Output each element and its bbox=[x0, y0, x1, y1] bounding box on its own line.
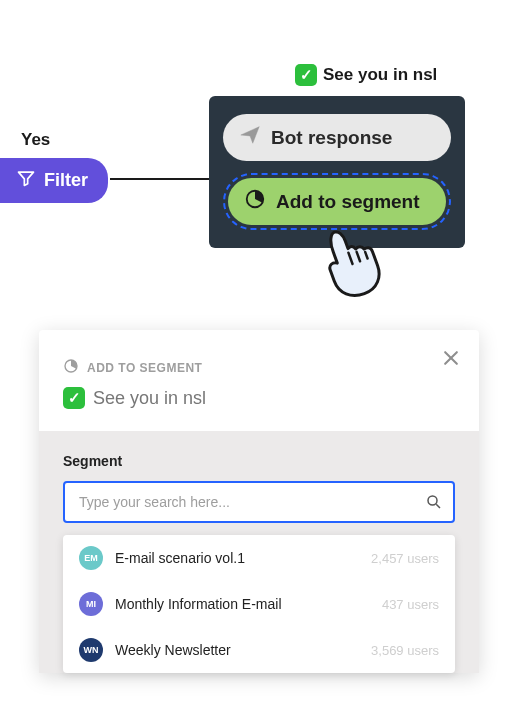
filter-button[interactable]: Filter bbox=[0, 158, 108, 203]
bot-response-pill[interactable]: Bot response bbox=[223, 114, 451, 161]
avatar: WN bbox=[79, 638, 103, 662]
node-title-text: See you in nsl bbox=[323, 65, 437, 85]
list-item[interactable]: WN Weekly Newsletter 3,569 users bbox=[63, 627, 455, 673]
list-item-label: Weekly Newsletter bbox=[115, 642, 359, 658]
avatar: EM bbox=[79, 546, 103, 570]
list-item[interactable]: EM E-mail scenario vol.1 2,457 users bbox=[63, 535, 455, 581]
close-icon[interactable] bbox=[441, 348, 461, 368]
svg-line-3 bbox=[365, 252, 367, 259]
avatar: MI bbox=[79, 592, 103, 616]
panel-subtitle-text: ADD TO SEGMENT bbox=[87, 361, 202, 375]
yes-label: Yes bbox=[21, 130, 50, 150]
paper-plane-icon bbox=[239, 124, 261, 151]
bot-response-label: Bot response bbox=[271, 127, 392, 149]
connector-line bbox=[110, 178, 210, 180]
add-to-segment-selection: Add to segment bbox=[223, 173, 451, 230]
pie-chart-icon bbox=[63, 358, 79, 377]
search-box bbox=[63, 481, 455, 523]
panel-subtitle: ADD TO SEGMENT bbox=[63, 358, 455, 377]
search-icon bbox=[425, 493, 443, 511]
add-to-segment-panel: ADD TO SEGMENT ✓ See you in nsl Segment … bbox=[39, 330, 479, 673]
list-item-count: 437 users bbox=[382, 597, 439, 612]
search-input[interactable] bbox=[63, 481, 455, 523]
panel-title: ✓ See you in nsl bbox=[63, 387, 455, 409]
checkmark-icon: ✓ bbox=[295, 64, 317, 86]
svg-line-2 bbox=[357, 252, 360, 261]
segment-dropdown: EM E-mail scenario vol.1 2,457 users MI … bbox=[63, 535, 455, 673]
list-item-label: E-mail scenario vol.1 bbox=[115, 550, 359, 566]
add-to-segment-label: Add to segment bbox=[276, 191, 420, 213]
workflow-node: Bot response Add to segment bbox=[209, 96, 465, 248]
pie-chart-icon bbox=[244, 188, 266, 215]
filter-icon bbox=[16, 168, 36, 193]
node-title: ✓ See you in nsl bbox=[295, 64, 437, 86]
checkmark-icon: ✓ bbox=[63, 387, 85, 409]
filter-button-label: Filter bbox=[44, 170, 88, 191]
list-item-label: Monthly Information E-mail bbox=[115, 596, 370, 612]
svg-line-1 bbox=[348, 253, 352, 264]
add-to-segment-pill[interactable]: Add to segment bbox=[228, 178, 446, 225]
svg-line-8 bbox=[436, 504, 440, 508]
list-item[interactable]: MI Monthly Information E-mail 437 users bbox=[63, 581, 455, 627]
svg-point-7 bbox=[428, 496, 437, 505]
list-item-count: 3,569 users bbox=[371, 643, 439, 658]
list-item-count: 2,457 users bbox=[371, 551, 439, 566]
segment-heading: Segment bbox=[63, 453, 455, 469]
panel-title-text: See you in nsl bbox=[93, 388, 206, 409]
